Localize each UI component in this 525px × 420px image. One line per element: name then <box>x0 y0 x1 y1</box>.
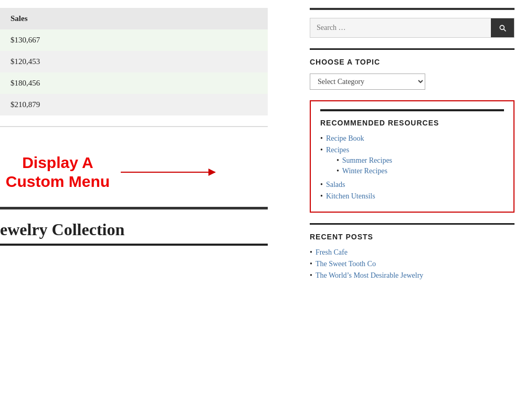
recent-posts-divider <box>310 223 514 225</box>
right-top-bar <box>310 8 514 10</box>
list-item: The Sweet Tooth Co <box>310 260 514 268</box>
recipe-book-link[interactable]: Recipe Book <box>326 134 364 143</box>
left-divider <box>0 126 268 127</box>
recent-list: Fresh Cafe The Sweet Tooth Co The World’… <box>310 248 514 280</box>
custom-menu-section: Display A Custom Menu <box>0 138 299 207</box>
list-item: The World’s Most Desirable Jewelry <box>310 271 514 280</box>
right-column: CHOOSE A TOPIC Select Category Recipes S… <box>299 0 525 420</box>
table-row: $210,879 <box>0 94 268 116</box>
recent-posts-heading: RECENT POSTS <box>310 233 514 241</box>
sales-value-2: $120,453 <box>0 51 268 72</box>
recommended-heading: RECOMMENDED RESOURCES <box>320 119 504 127</box>
jewelry-underline <box>0 244 268 246</box>
sales-value-1: $130,667 <box>0 29 268 51</box>
list-item: Recipe Book <box>320 134 504 143</box>
sub-list: Summer Recipes Winter Recipes <box>337 156 392 175</box>
left-column: Sales $130,667 $120,453 $180,456 $210,87… <box>0 0 299 420</box>
kitchen-utensils-link[interactable]: Kitchen Utensils <box>326 192 375 201</box>
recommended-top-bar <box>320 109 504 111</box>
jewelry-section: ewelry Collection <box>0 209 299 246</box>
fresh-cafe-link[interactable]: Fresh Cafe <box>316 248 348 257</box>
search-container <box>310 18 514 38</box>
category-select[interactable]: Select Category Recipes Salads Desserts <box>310 74 425 90</box>
list-item: Fresh Cafe <box>310 248 514 257</box>
jewelry-heading: ewelry Collection <box>0 220 299 239</box>
search-input[interactable] <box>310 18 491 37</box>
sweet-tooth-link[interactable]: The Sweet Tooth Co <box>316 260 376 268</box>
search-button[interactable] <box>491 18 514 37</box>
arrow-line <box>121 172 215 173</box>
table-row: $130,667 <box>0 29 268 51</box>
winter-recipes-link[interactable]: Winter Recipes <box>342 167 387 175</box>
choose-topic-heading: CHOOSE A TOPIC <box>310 58 514 66</box>
list-item: Recipes Summer Recipes Winter Recipes <box>320 146 504 177</box>
sales-value-3: $180,456 <box>0 72 268 94</box>
recipes-link[interactable]: Recipes <box>326 146 349 154</box>
custom-menu-text: Display A Custom Menu <box>5 153 110 191</box>
list-item: Summer Recipes <box>337 156 392 165</box>
list-item: Winter Recipes <box>337 167 392 175</box>
list-item: Salads <box>320 181 504 189</box>
sales-value-4: $210,879 <box>0 94 268 116</box>
sales-table: Sales $130,667 $120,453 $180,456 $210,87… <box>0 8 268 116</box>
summer-recipes-link[interactable]: Summer Recipes <box>342 156 392 165</box>
sales-header: Sales <box>0 8 268 29</box>
resource-list: Recipe Book Recipes Summer Recipes Winte… <box>320 134 504 201</box>
table-row: $180,456 <box>0 72 268 94</box>
list-item: Kitchen Utensils <box>320 192 504 201</box>
salads-link[interactable]: Salads <box>326 181 345 189</box>
search-icon <box>498 24 507 32</box>
table-row: $120,453 <box>0 51 268 72</box>
arrow-container <box>121 172 215 173</box>
recent-posts-section: RECENT POSTS Fresh Cafe The Sweet Tooth … <box>310 223 514 280</box>
choose-topic-divider <box>310 48 514 50</box>
jewelry-link[interactable]: The World’s Most Desirable Jewelry <box>316 271 423 280</box>
recommended-box: RECOMMENDED RESOURCES Recipe Book Recipe… <box>310 100 514 213</box>
